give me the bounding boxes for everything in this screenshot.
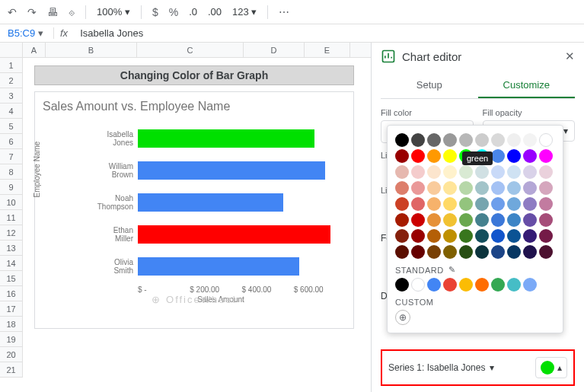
color-swatch[interactable] — [427, 181, 441, 195]
color-swatch[interactable] — [507, 213, 521, 227]
color-swatch[interactable] — [507, 197, 521, 211]
row-header[interactable]: 18 — [0, 317, 23, 332]
color-swatch[interactable] — [459, 165, 473, 179]
name-box[interactable]: B5:C9 ▾ — [0, 27, 53, 39]
row-header[interactable]: 11 — [0, 210, 23, 225]
paint-icon[interactable]: ⟐ — [69, 6, 75, 18]
dec-decrease[interactable]: .0 — [189, 6, 197, 18]
color-swatch[interactable] — [491, 197, 505, 211]
col-header[interactable]: B — [46, 43, 137, 57]
standard-color-swatch[interactable] — [507, 278, 521, 292]
standard-color-swatch[interactable] — [475, 278, 489, 292]
row-header[interactable]: 6 — [0, 134, 23, 149]
eyedropper-icon[interactable]: ✎ — [448, 265, 456, 275]
color-swatch[interactable] — [539, 165, 553, 179]
redo-icon[interactable]: ↷ — [27, 6, 37, 18]
color-swatch[interactable] — [427, 133, 441, 147]
color-swatch[interactable] — [395, 149, 409, 163]
color-swatch[interactable] — [395, 197, 409, 211]
close-icon[interactable]: ✕ — [565, 49, 575, 63]
color-swatch[interactable] — [539, 133, 553, 147]
color-swatch[interactable] — [539, 149, 553, 163]
color-swatch[interactable] — [459, 197, 473, 211]
color-swatch[interactable] — [475, 197, 489, 211]
color-swatch[interactable] — [507, 181, 521, 195]
color-swatch[interactable] — [443, 181, 457, 195]
row-header[interactable]: 14 — [0, 256, 23, 271]
standard-color-swatch[interactable] — [523, 278, 537, 292]
color-swatch[interactable] — [523, 133, 537, 147]
color-swatch[interactable] — [395, 181, 409, 195]
color-swatch[interactable] — [507, 229, 521, 243]
color-swatch[interactable] — [459, 213, 473, 227]
color-swatch[interactable] — [475, 165, 489, 179]
row-header[interactable]: 5 — [0, 119, 23, 134]
more-icon[interactable]: ⋯ — [279, 6, 289, 18]
color-swatch[interactable] — [523, 213, 537, 227]
color-swatch[interactable] — [475, 245, 489, 259]
row-header[interactable]: 3 — [0, 88, 23, 104]
color-swatch[interactable] — [411, 165, 425, 179]
color-swatch[interactable] — [523, 181, 537, 195]
row-header[interactable]: 17 — [0, 301, 23, 317]
standard-color-swatch[interactable] — [491, 278, 505, 292]
row-header[interactable]: 15 — [0, 271, 23, 286]
color-swatch[interactable] — [491, 181, 505, 195]
standard-color-swatch[interactable] — [411, 278, 425, 292]
bar[interactable] — [138, 225, 330, 244]
color-swatch[interactable] — [411, 245, 425, 259]
row-header[interactable]: 4 — [0, 104, 23, 119]
color-swatch[interactable] — [427, 229, 441, 243]
bar[interactable] — [138, 129, 314, 148]
zoom-dropdown[interactable]: 100% ▾ — [97, 6, 130, 18]
color-swatch[interactable] — [507, 245, 521, 259]
color-swatch[interactable] — [459, 133, 473, 147]
col-header[interactable]: C — [137, 43, 244, 57]
series-dropdown[interactable]: Series 1: Isabella Jones ▾ — [388, 362, 494, 373]
row-header[interactable]: 10 — [0, 195, 23, 210]
undo-icon[interactable]: ↶ — [8, 6, 17, 18]
tab-setup[interactable]: Setup — [381, 73, 478, 98]
row-header[interactable]: 8 — [0, 164, 23, 180]
color-swatch[interactable] — [411, 149, 425, 163]
series-color-button[interactable]: ▴ — [535, 357, 567, 378]
row-header[interactable]: 1 — [0, 58, 23, 73]
standard-color-swatch[interactable] — [459, 278, 473, 292]
color-swatch[interactable] — [411, 181, 425, 195]
color-swatch[interactable] — [411, 133, 425, 147]
color-swatch[interactable] — [491, 213, 505, 227]
col-header[interactable]: A — [23, 43, 46, 57]
standard-color-swatch[interactable] — [443, 278, 457, 292]
row-header[interactable]: 16 — [0, 286, 23, 301]
dec-increase[interactable]: .00 — [208, 6, 222, 18]
color-swatch[interactable] — [475, 229, 489, 243]
percent-icon[interactable]: % — [169, 6, 178, 18]
row-header[interactable]: 7 — [0, 149, 23, 164]
format-dropdown[interactable]: 123 ▾ — [232, 6, 257, 18]
color-swatch[interactable] — [459, 229, 473, 243]
color-swatch[interactable] — [395, 245, 409, 259]
color-swatch[interactable] — [491, 149, 505, 163]
color-swatch[interactable] — [523, 245, 537, 259]
row-header[interactable]: 21 — [0, 362, 23, 378]
color-swatch[interactable] — [523, 197, 537, 211]
color-swatch[interactable] — [443, 149, 457, 163]
spreadsheet-grid[interactable]: ABCDE 123456789101112131415161718192021 … — [0, 43, 371, 392]
color-swatch[interactable] — [411, 229, 425, 243]
standard-color-swatch[interactable] — [395, 278, 409, 292]
formula-input[interactable]: Isabella Jones — [74, 27, 149, 39]
color-swatch[interactable] — [427, 165, 441, 179]
color-swatch[interactable] — [475, 181, 489, 195]
standard-color-swatch[interactable] — [427, 278, 441, 292]
color-swatch[interactable] — [443, 197, 457, 211]
color-swatch[interactable] — [427, 149, 441, 163]
color-swatch[interactable] — [443, 165, 457, 179]
color-swatch[interactable] — [491, 245, 505, 259]
add-custom-color[interactable]: ⊕ — [395, 310, 410, 325]
color-swatch[interactable] — [539, 213, 553, 227]
color-swatch[interactable] — [491, 133, 505, 147]
color-swatch[interactable] — [395, 133, 409, 147]
color-swatch[interactable] — [523, 149, 537, 163]
bar[interactable] — [138, 257, 299, 276]
color-swatch[interactable] — [539, 245, 553, 259]
